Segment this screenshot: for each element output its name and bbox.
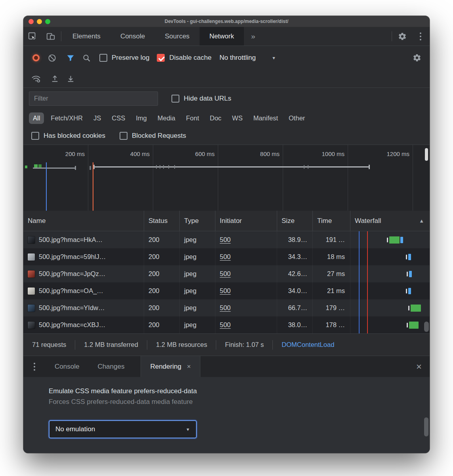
column-header-name[interactable]: Name <box>23 211 144 231</box>
chip-manifest[interactable]: Manifest <box>249 112 282 124</box>
chip-other[interactable]: Other <box>285 112 309 124</box>
overview-scrollbar[interactable] <box>425 148 428 161</box>
network-overview-strip[interactable]: 200 ms 400 ms 600 ms 800 ms 1000 ms 1200… <box>23 145 430 211</box>
network-toolbar-secondary <box>23 70 430 88</box>
devtools-menu-button[interactable] <box>411 27 430 46</box>
tick-label: 600 ms <box>195 150 215 157</box>
table-row[interactable]: 500.jpg?hmac=cXBJ… 200 jpeg 500 38.0… 17… <box>23 316 430 333</box>
throttling-select[interactable]: No throttling ▼ <box>214 54 282 62</box>
column-header-type[interactable]: Type <box>180 211 215 231</box>
overview-tick-mark <box>89 166 91 170</box>
inspect-element-button[interactable] <box>23 27 42 46</box>
hide-data-urls-checkbox[interactable]: Hide data URLs <box>169 95 234 103</box>
network-summary-bar: 71 requests 1.2 MB transferred 1.2 MB re… <box>23 333 430 356</box>
table-scrollbar-thumb[interactable] <box>424 322 429 332</box>
emulation-select-value: No emulation <box>55 425 95 433</box>
import-har-button[interactable] <box>47 72 63 86</box>
image-thumbnail-icon <box>28 305 35 312</box>
initiator-link[interactable]: 500 <box>220 287 231 295</box>
load-event-line <box>367 231 368 333</box>
time-cell: 21 ms <box>313 282 350 299</box>
settings-button[interactable] <box>393 27 411 46</box>
image-thumbnail-icon <box>28 322 35 329</box>
close-tab-icon[interactable]: × <box>187 363 191 371</box>
column-header-status[interactable]: Status <box>144 211 180 231</box>
chip-css[interactable]: CSS <box>108 112 129 124</box>
overview-tick: 600 ms <box>153 145 218 211</box>
time-cell: 27 ms <box>313 265 350 282</box>
initiator-link[interactable]: 500 <box>220 236 231 244</box>
throttling-value: No throttling <box>219 54 256 62</box>
search-button[interactable] <box>78 51 94 65</box>
drawer-scrollbar-thumb[interactable] <box>424 417 428 436</box>
tab-console[interactable]: Console <box>110 27 155 46</box>
table-row[interactable]: 500.jpg?hmac=OA_… 200 jpeg 500 34.0… 21 … <box>23 282 430 299</box>
record-network-log-button[interactable] <box>28 51 44 65</box>
drawer-tab-rendering[interactable]: Rendering × <box>141 356 200 377</box>
size-cell: 38.0… <box>277 316 313 333</box>
name-cell: 500.jpg?hmac=JpQz… <box>23 265 144 282</box>
clear-network-log-button[interactable] <box>44 51 60 65</box>
type-cell: jpeg <box>180 316 215 333</box>
tab-elements[interactable]: Elements <box>63 27 110 46</box>
initiator-link[interactable]: 500 <box>220 321 231 329</box>
initiator-link[interactable]: 500 <box>220 270 231 278</box>
tab-network[interactable]: Network <box>200 27 244 46</box>
time-cell: 179 … <box>313 299 350 316</box>
chip-js[interactable]: JS <box>89 112 105 124</box>
chip-all[interactable]: All <box>29 112 44 124</box>
chip-font[interactable]: Font <box>182 112 203 124</box>
image-thumbnail-icon <box>28 253 35 261</box>
waterfall-cell <box>350 299 430 316</box>
initiator-link[interactable]: 500 <box>220 304 231 312</box>
blocked-requests-checkbox[interactable]: Blocked Requests <box>117 132 188 140</box>
has-blocked-cookies-checkbox[interactable]: Has blocked cookies <box>29 132 108 140</box>
table-row[interactable]: 500.jpg?hmac=JpQz… 200 jpeg 500 42.6… 27… <box>23 265 430 282</box>
overview-request-bar <box>33 168 76 169</box>
drawer-tab-changes[interactable]: Changes <box>88 356 133 377</box>
emulation-select[interactable]: No emulation ▼ <box>49 420 197 438</box>
dom-content-loaded-line <box>359 231 360 333</box>
disable-cache-checkbox[interactable]: Disable cache <box>154 54 214 62</box>
type-cell: jpeg <box>180 248 215 265</box>
export-har-button[interactable] <box>63 72 78 86</box>
filter-input[interactable] <box>29 91 158 106</box>
type-cell: jpeg <box>180 299 215 316</box>
chip-ws[interactable]: WS <box>228 112 247 124</box>
table-row[interactable]: 500.jpg?hmac=YIdw… 200 jpeg 500 66.7… 17… <box>23 299 430 316</box>
initiator-cell: 500 <box>215 299 277 316</box>
overview-bar-cap <box>369 165 370 169</box>
device-toolbar-button[interactable] <box>42 27 60 46</box>
overview-tick-mark <box>163 165 164 169</box>
tick-label: 200 ms <box>65 150 85 157</box>
chip-doc[interactable]: Doc <box>206 112 225 124</box>
overview-green-mark <box>25 166 27 168</box>
checkbox-box <box>31 132 39 140</box>
initiator-link[interactable]: 500 <box>220 253 231 261</box>
more-tabs-button[interactable]: » <box>244 27 263 46</box>
chevron-double-right-icon: » <box>251 32 255 41</box>
chip-fetch-xhr[interactable]: Fetch/XHR <box>47 112 87 124</box>
waterfall-bar-download <box>411 305 421 312</box>
column-header-size[interactable]: Size <box>277 211 313 231</box>
finish-time: Finish: 1.07 s <box>216 341 272 348</box>
arrow-up-from-line-icon <box>50 74 59 83</box>
network-conditions-button[interactable] <box>28 72 44 86</box>
devtools-window: DevTools - gui-challenges.web.app/media-… <box>23 16 430 453</box>
column-header-waterfall[interactable]: Waterfall ▲ <box>350 211 430 231</box>
drawer-menu-button[interactable] <box>23 356 46 377</box>
chip-media[interactable]: Media <box>154 112 179 124</box>
chip-img[interactable]: Img <box>132 112 151 124</box>
column-label: Initiator <box>220 217 242 225</box>
preserve-log-checkbox[interactable]: Preserve log <box>97 54 152 62</box>
table-row[interactable]: 500.jpg?hmac=HkA… 200 jpeg 500 38.9… 191… <box>23 231 430 248</box>
column-header-initiator[interactable]: Initiator <box>215 211 277 231</box>
image-thumbnail-icon <box>28 288 35 295</box>
tab-sources[interactable]: Sources <box>155 27 199 46</box>
table-row[interactable]: 500.jpg?hmac=59hlJ… 200 jpeg 500 34.3… 1… <box>23 248 430 265</box>
filter-toggle-button[interactable] <box>63 51 78 65</box>
column-header-time[interactable]: Time <box>313 211 350 231</box>
drawer-tab-console[interactable]: Console <box>46 356 88 377</box>
network-settings-button[interactable] <box>409 51 425 65</box>
close-drawer-button[interactable]: × <box>408 356 430 377</box>
